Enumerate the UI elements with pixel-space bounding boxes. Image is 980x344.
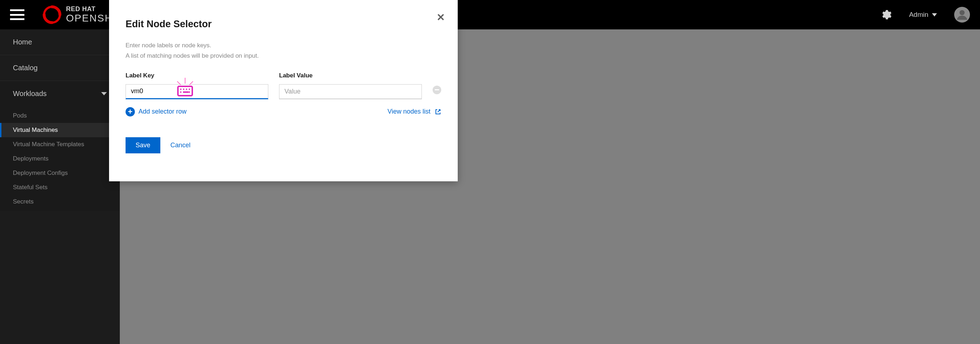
- edit-node-selector-modal: ✕ Edit Node Selector Enter node labels o…: [109, 0, 458, 181]
- sidebar: Home Catalog Workloads Pods Virtual Mach…: [0, 29, 120, 344]
- label-value-label: Label Value: [279, 72, 422, 79]
- add-row-label: Add selector row: [138, 108, 186, 116]
- cancel-button[interactable]: Cancel: [170, 141, 191, 149]
- plus-circle-icon: +: [126, 107, 135, 116]
- sidebar-subitem-deployment-configs[interactable]: Deployment Configs: [0, 166, 120, 180]
- sidebar-subitem-stateful-sets[interactable]: Stateful Sets: [0, 180, 120, 195]
- label-value-input[interactable]: [279, 84, 422, 99]
- view-nodes-label: View nodes list: [387, 108, 430, 116]
- sidebar-item-catalog[interactable]: Catalog: [0, 55, 120, 81]
- view-nodes-list-link[interactable]: View nodes list: [387, 108, 441, 116]
- modal-footer: Save Cancel: [126, 137, 441, 153]
- admin-label: Admin: [909, 11, 928, 19]
- label-key-input[interactable]: [126, 84, 268, 99]
- actions-row: + Add selector row View nodes list: [126, 107, 441, 116]
- sidebar-subitem-pods[interactable]: Pods: [0, 109, 120, 123]
- external-link-icon: [435, 109, 441, 115]
- sidebar-subitem-secrets[interactable]: Secrets: [0, 195, 120, 209]
- remove-row-button[interactable]: [433, 86, 441, 94]
- sidebar-subitems: Pods Virtual Machines Virtual Machine Te…: [0, 106, 120, 211]
- add-selector-row-link[interactable]: + Add selector row: [126, 107, 186, 116]
- sidebar-item-label: Workloads: [13, 90, 47, 98]
- chevron-down-icon: [932, 13, 937, 16]
- svg-point-1: [959, 10, 964, 15]
- modal-description: Enter node labels or node keys. A list o…: [126, 41, 441, 61]
- admin-dropdown[interactable]: Admin: [909, 11, 937, 19]
- gear-icon[interactable]: [882, 10, 892, 20]
- label-key-label: Label Key: [126, 72, 268, 79]
- modal-desc-line2: A list of matching nodes will be provide…: [126, 51, 441, 61]
- sidebar-item-label: Home: [13, 38, 32, 46]
- modal-title: Edit Node Selector: [126, 19, 441, 30]
- sidebar-item-workloads[interactable]: Workloads: [0, 81, 120, 106]
- modal-desc-line1: Enter node labels or node keys.: [126, 41, 441, 51]
- sidebar-item-label: Catalog: [13, 64, 38, 72]
- chevron-down-icon: [101, 92, 107, 95]
- sidebar-subitem-vm-templates[interactable]: Virtual Machine Templates: [0, 137, 120, 152]
- redhat-logo-icon: [42, 5, 62, 24]
- hamburger-icon[interactable]: [10, 10, 24, 20]
- sidebar-subitem-virtual-machines[interactable]: Virtual Machines: [0, 123, 120, 137]
- close-icon[interactable]: ✕: [437, 11, 445, 23]
- sidebar-item-home[interactable]: Home: [0, 29, 120, 55]
- save-button[interactable]: Save: [126, 137, 160, 153]
- avatar[interactable]: [954, 7, 970, 22]
- selector-row: Label Key: [126, 72, 441, 99]
- sidebar-subitem-deployments[interactable]: Deployments: [0, 152, 120, 166]
